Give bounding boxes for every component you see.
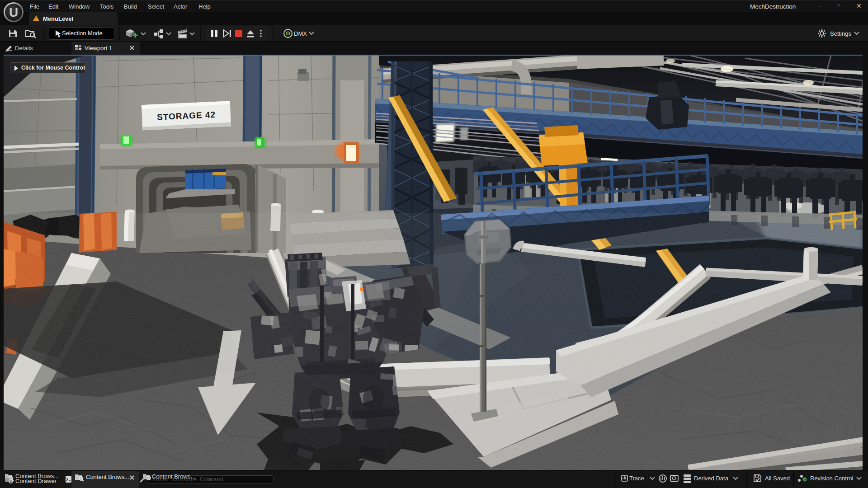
svg-text:U: U	[9, 5, 18, 19]
svg-text:Trace: Trace	[629, 475, 644, 482]
svg-text:Content Brows...: Content Brows...	[152, 473, 195, 480]
svg-text:DMX: DMX	[294, 30, 307, 37]
svg-text:Settings: Settings	[830, 30, 851, 37]
svg-text:Content Brows...: Content Brows...	[86, 474, 129, 480]
svg-text:Derived Data: Derived Data	[694, 475, 729, 482]
svg-text:Revision Control: Revision Control	[810, 475, 853, 482]
svg-text:Content Drawer: Content Drawer	[15, 478, 57, 484]
svg-text:Details: Details	[15, 45, 33, 52]
svg-text:Viewport 1: Viewport 1	[85, 45, 112, 52]
svg-text:All Saved: All Saved	[765, 475, 790, 482]
